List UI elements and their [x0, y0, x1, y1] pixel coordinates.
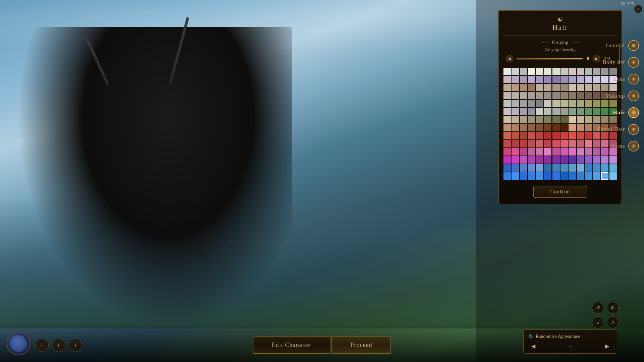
color-swatch[interactable]	[560, 84, 568, 91]
color-swatch[interactable]	[609, 156, 617, 164]
color-swatch[interactable]	[560, 108, 568, 115]
color-swatch[interactable]	[503, 84, 511, 91]
color-swatch[interactable]	[593, 164, 600, 172]
color-swatch[interactable]	[569, 84, 576, 91]
color-swatch[interactable]	[601, 156, 608, 164]
color-swatch[interactable]	[552, 76, 560, 83]
randomise-next-btn[interactable]: ▶	[602, 342, 612, 350]
confirm-button[interactable]: Confirm	[533, 186, 587, 198]
color-swatch[interactable]	[593, 156, 600, 164]
color-swatch[interactable]	[585, 124, 592, 131]
camera-pan-btn[interactable]: ⊕	[607, 302, 619, 314]
color-swatch[interactable]	[585, 148, 592, 156]
color-swatch[interactable]	[503, 76, 511, 83]
color-swatch[interactable]	[528, 132, 535, 139]
color-swatch[interactable]	[544, 76, 551, 83]
color-swatch[interactable]	[577, 164, 584, 172]
color-swatch[interactable]	[552, 116, 560, 123]
add-slot-button-3[interactable]: +	[69, 339, 82, 352]
edit-character-button[interactable]: Edit Character	[253, 337, 330, 354]
color-swatch[interactable]	[577, 84, 584, 91]
color-swatch[interactable]	[577, 76, 584, 83]
color-swatch[interactable]	[585, 164, 592, 172]
color-swatch[interactable]	[503, 92, 511, 99]
color-swatch[interactable]	[585, 84, 592, 91]
color-swatch[interactable]	[593, 172, 600, 180]
color-swatch[interactable]	[544, 84, 551, 91]
category-makeup[interactable]: Makeup ❋	[598, 90, 639, 101]
color-swatch[interactable]	[512, 76, 519, 83]
color-swatch[interactable]	[577, 124, 584, 131]
color-swatch[interactable]	[536, 108, 543, 115]
color-swatch[interactable]	[552, 132, 560, 139]
color-swatch[interactable]	[528, 76, 535, 83]
color-swatch[interactable]	[544, 116, 551, 123]
camera-zoom-in-btn[interactable]: ↗	[607, 316, 619, 328]
color-swatch[interactable]	[512, 100, 519, 107]
color-swatch[interactable]	[569, 92, 576, 99]
color-swatch[interactable]	[585, 116, 592, 123]
color-swatch[interactable]	[503, 108, 511, 115]
color-swatch[interactable]	[512, 124, 519, 131]
color-swatch[interactable]	[512, 132, 519, 139]
color-swatch[interactable]	[512, 164, 519, 172]
color-swatch[interactable]	[520, 84, 527, 91]
color-swatch[interactable]	[560, 92, 568, 99]
color-swatch[interactable]	[552, 124, 560, 131]
color-swatch[interactable]	[520, 172, 527, 180]
color-swatch[interactable]	[577, 140, 584, 147]
color-swatch[interactable]	[512, 140, 519, 147]
color-swatch[interactable]	[544, 164, 551, 172]
color-swatch[interactable]	[512, 172, 519, 180]
color-swatch[interactable]	[577, 108, 584, 115]
color-swatch[interactable]	[512, 116, 519, 123]
color-swatch[interactable]	[528, 116, 535, 123]
color-swatch[interactable]	[536, 76, 543, 83]
color-swatch[interactable]	[569, 68, 576, 75]
proceed-button[interactable]: Proceed	[332, 337, 391, 354]
camera-zoom-out-btn[interactable]: ↙	[592, 316, 604, 328]
color-swatch[interactable]	[528, 164, 535, 172]
color-swatch[interactable]	[536, 164, 543, 172]
color-swatch[interactable]	[577, 116, 584, 123]
color-swatch[interactable]	[512, 92, 519, 99]
color-swatch[interactable]	[585, 172, 592, 180]
color-swatch[interactable]	[536, 68, 543, 75]
color-swatch[interactable]	[503, 132, 511, 139]
color-swatch[interactable]	[528, 140, 535, 147]
color-swatch[interactable]	[520, 100, 527, 107]
color-swatch[interactable]	[560, 116, 568, 123]
color-swatch[interactable]	[503, 116, 511, 123]
color-swatch[interactable]	[601, 172, 608, 180]
color-swatch[interactable]	[520, 68, 527, 75]
color-swatch[interactable]	[503, 164, 511, 172]
color-swatch[interactable]	[585, 108, 592, 115]
color-swatch[interactable]	[569, 76, 576, 83]
color-swatch[interactable]	[503, 100, 511, 107]
color-swatch[interactable]	[528, 68, 535, 75]
color-swatch[interactable]	[560, 156, 568, 164]
color-swatch[interactable]	[520, 140, 527, 147]
color-swatch[interactable]	[560, 100, 568, 107]
color-swatch[interactable]	[585, 76, 592, 83]
color-swatch[interactable]	[520, 116, 527, 123]
color-swatch[interactable]	[503, 172, 511, 180]
color-swatch[interactable]	[536, 124, 543, 131]
color-swatch[interactable]	[552, 172, 560, 180]
color-swatch[interactable]	[552, 92, 560, 99]
color-swatch[interactable]	[528, 84, 535, 91]
color-swatch[interactable]	[520, 124, 527, 131]
color-swatch[interactable]	[503, 140, 511, 147]
color-swatch[interactable]	[569, 100, 576, 107]
color-swatch[interactable]	[560, 148, 568, 156]
color-swatch[interactable]	[569, 116, 576, 123]
color-swatch[interactable]	[577, 172, 584, 180]
color-swatch[interactable]	[528, 92, 535, 99]
color-swatch[interactable]	[560, 124, 568, 131]
color-swatch[interactable]	[585, 132, 592, 139]
character-avatar[interactable]	[7, 332, 30, 355]
category-body-art[interactable]: Body Art ❋	[598, 57, 639, 68]
color-swatch[interactable]	[601, 164, 608, 172]
color-swatch[interactable]	[544, 132, 551, 139]
color-swatch[interactable]	[609, 172, 617, 180]
